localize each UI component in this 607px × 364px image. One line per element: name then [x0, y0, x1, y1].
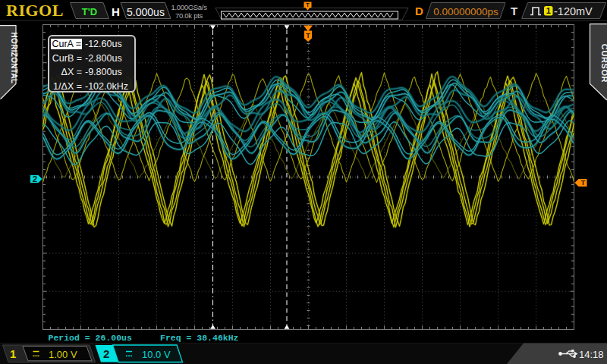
svg-text:2: 2	[33, 174, 37, 184]
svg-text:T: T	[581, 178, 586, 187]
svg-text:T: T	[306, 32, 310, 39]
svg-text:CURSOR: CURSOR	[600, 44, 607, 83]
svg-text:1: 1	[546, 6, 551, 15]
svg-text:T: T	[306, 2, 310, 8]
svg-text:HORIZONTAL: HORIZONTAL	[10, 33, 18, 84]
